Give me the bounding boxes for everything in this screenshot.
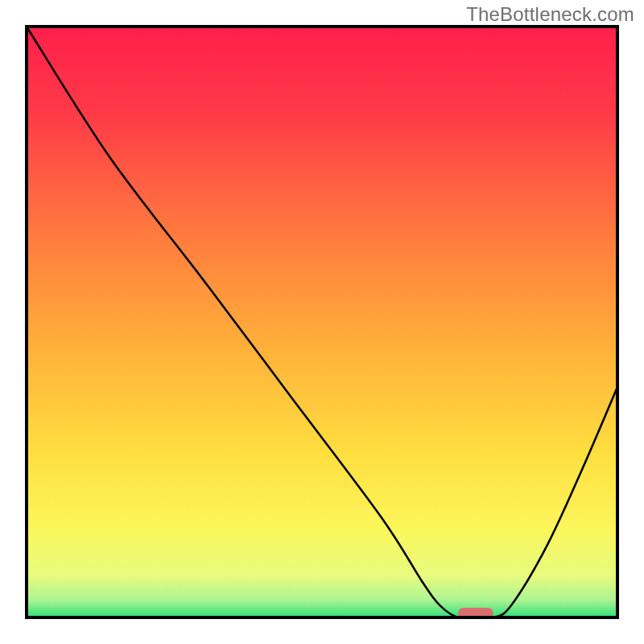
chart-frame: TheBottleneck.com (0, 0, 644, 644)
watermark-text: TheBottleneck.com (466, 3, 634, 26)
gradient-background (27, 27, 617, 617)
chart-svg (0, 0, 644, 644)
